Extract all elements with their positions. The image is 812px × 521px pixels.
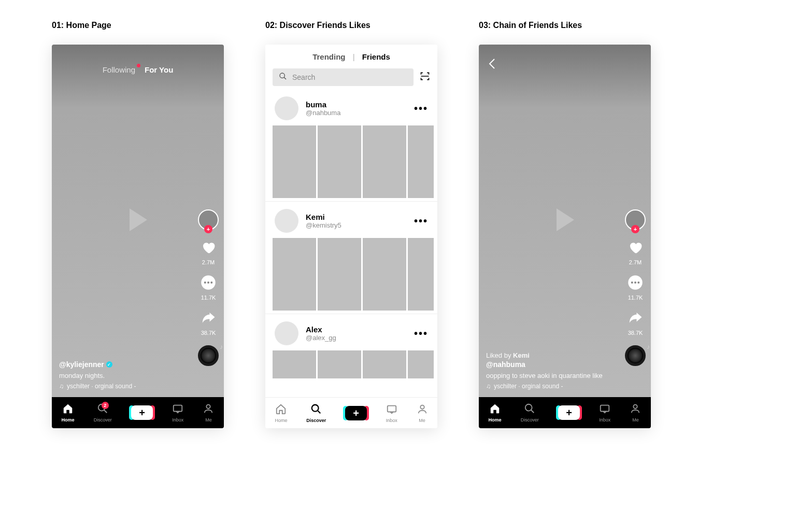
follow-plus-icon[interactable]: +	[204, 225, 212, 233]
comment-button[interactable]: 11.7K	[628, 275, 643, 301]
sound-marquee[interactable]: ♫ yschilter · orginal sound -	[59, 383, 188, 390]
video-thumb[interactable]	[363, 238, 406, 311]
inbox-icon	[172, 403, 183, 416]
video-caption: oopping to steve aoki in quarantine like	[486, 372, 615, 379]
inbox-icon	[386, 403, 397, 417]
scan-icon[interactable]	[420, 71, 430, 83]
home-icon	[62, 403, 74, 416]
sound-disc[interactable]: ♪	[625, 345, 646, 366]
nav-discover[interactable]: 2 Discover	[94, 403, 112, 423]
bottom-nav: Home 2 Discover + Inbox Me	[52, 397, 224, 428]
back-button[interactable]	[488, 58, 495, 72]
tab-following[interactable]: Following	[103, 65, 135, 74]
comment-button[interactable]: 11.7K	[201, 275, 216, 301]
nav-discover[interactable]: Discover	[306, 403, 326, 423]
video-thumb[interactable]	[363, 350, 406, 378]
nav-home[interactable]: Home	[489, 403, 502, 423]
comment-icon	[628, 275, 643, 292]
nav-home[interactable]: Home	[275, 403, 287, 423]
video-thumb[interactable]	[273, 238, 316, 311]
follow-plus-icon[interactable]: +	[631, 225, 639, 233]
vinyl-icon	[198, 345, 219, 366]
nav-discover[interactable]: Discover	[521, 403, 539, 423]
friend-block: Kemi @kemistry5 •••	[265, 204, 437, 314]
column-title: 03: Chain of Friends Likes	[479, 21, 651, 30]
nav-me[interactable]: Me	[630, 403, 641, 423]
search-placeholder: Search	[292, 73, 315, 81]
nav-inbox[interactable]: Inbox	[172, 403, 183, 423]
comment-icon	[201, 275, 216, 292]
notification-dot-icon	[137, 64, 140, 67]
comment-count: 11.7K	[628, 294, 643, 301]
search-input[interactable]: Search	[273, 68, 414, 86]
creator-username[interactable]: @kyliejenner ✓	[59, 360, 188, 369]
phone-discover: Trending | Friends Search	[265, 45, 437, 428]
person-icon	[630, 403, 641, 416]
more-icon[interactable]: •••	[414, 103, 428, 115]
heart-icon	[628, 240, 643, 257]
nav-me[interactable]: Me	[203, 403, 214, 423]
friend-block: buma @nahbuma •••	[265, 91, 437, 202]
creator-avatar[interactable]: +	[625, 209, 646, 230]
sound-disc[interactable]: ♪	[198, 345, 219, 366]
friend-avatar[interactable]	[275, 321, 298, 345]
liked-by-line[interactable]: Liked by Kemi	[486, 351, 615, 359]
share-button[interactable]: 38.7K	[628, 310, 643, 336]
svg-point-15	[525, 404, 532, 411]
nav-inbox[interactable]: Inbox	[386, 403, 397, 423]
svg-point-10	[420, 405, 424, 409]
svg-point-13	[634, 281, 636, 284]
video-thumb[interactable]	[363, 125, 406, 198]
video-thumb[interactable]	[318, 350, 361, 378]
share-icon	[201, 310, 216, 328]
nav-create[interactable]: +	[131, 405, 153, 420]
video-thumb[interactable]	[273, 350, 316, 378]
share-count: 38.7K	[628, 330, 643, 336]
tab-for-you[interactable]: For You	[145, 65, 173, 74]
creator-avatar[interactable]: +	[198, 209, 219, 230]
play-icon[interactable]	[127, 207, 149, 234]
friend-link[interactable]: buma @nahbuma	[306, 100, 407, 117]
sound-marquee[interactable]: ♫ yschilter · orginal sound -	[486, 383, 615, 390]
video-thumb[interactable]	[408, 350, 434, 378]
friend-avatar[interactable]	[275, 96, 298, 120]
svg-point-6	[207, 405, 210, 409]
more-icon[interactable]: •••	[414, 215, 428, 227]
play-icon[interactable]	[554, 207, 576, 234]
video-caption: monday nights.	[59, 372, 188, 379]
share-button[interactable]: 38.7K	[201, 310, 216, 336]
svg-rect-16	[601, 405, 609, 412]
video-thumb[interactable]	[318, 238, 361, 311]
svg-point-2	[207, 281, 209, 284]
friend-avatar[interactable]	[275, 209, 298, 233]
search-icon	[524, 403, 535, 416]
nav-me[interactable]: Me	[417, 403, 428, 423]
like-button[interactable]: 2.7M	[628, 240, 643, 265]
friend-link[interactable]: Kemi @kemistry5	[306, 213, 407, 229]
video-feed[interactable]: + 2.7M 11.7K	[479, 45, 651, 397]
friend-link[interactable]: Alex @alex_gg	[306, 325, 407, 342]
bottom-nav: Home Discover + Inbox Me	[265, 397, 437, 428]
video-thumb[interactable]	[273, 125, 316, 198]
vinyl-icon	[625, 345, 646, 366]
video-thumb[interactable]	[318, 125, 361, 198]
video-thumb[interactable]	[408, 238, 434, 311]
nav-create[interactable]: +	[558, 405, 580, 420]
share-count: 38.7K	[201, 330, 216, 336]
tab-trending[interactable]: Trending	[312, 52, 345, 61]
verified-icon: ✓	[106, 361, 112, 368]
inbox-icon	[599, 403, 610, 416]
tab-friends[interactable]: Friends	[362, 52, 390, 61]
video-feed[interactable]: Following For You + 2	[52, 45, 224, 397]
video-thumb[interactable]	[408, 125, 434, 198]
svg-point-1	[204, 281, 206, 284]
creator-username[interactable]: @nahbuma	[486, 360, 615, 369]
more-icon[interactable]: •••	[414, 328, 428, 340]
home-icon	[489, 403, 501, 416]
like-button[interactable]: 2.7M	[201, 240, 216, 265]
nav-inbox[interactable]: Inbox	[599, 403, 610, 423]
svg-point-12	[631, 281, 633, 284]
nav-create[interactable]: +	[345, 406, 367, 420]
svg-point-14	[637, 281, 639, 284]
nav-home[interactable]: Home	[62, 403, 75, 423]
